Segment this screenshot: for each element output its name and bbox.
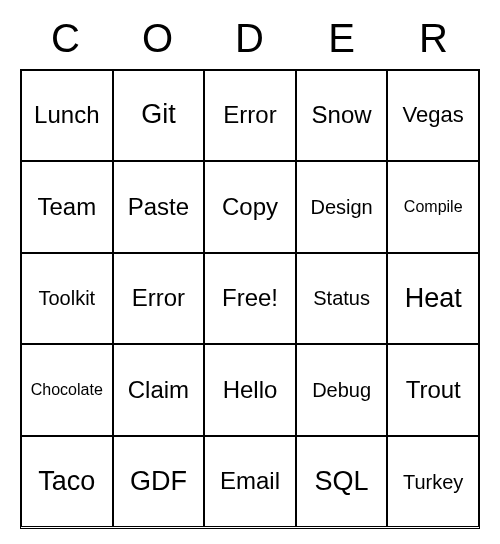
bingo-cell-18[interactable]: Debug (296, 344, 388, 436)
bingo-cell-text: Lunch (34, 102, 99, 128)
bingo-cell-14[interactable]: Heat (387, 253, 479, 345)
bingo-card: C O D E R LunchGitErrorSnowVegasTeamPast… (20, 16, 480, 529)
bingo-cell-text: Trout (406, 377, 461, 403)
bingo-cell-text: Design (310, 196, 372, 218)
header-letter: R (419, 16, 449, 60)
bingo-cell-23[interactable]: SQL (296, 436, 388, 528)
header-letter: O (142, 16, 174, 60)
bingo-cell-2[interactable]: Error (204, 70, 296, 162)
bingo-cell-text: Copy (222, 194, 278, 220)
bingo-header-row: C O D E R (20, 16, 480, 61)
bingo-cell-1[interactable]: Git (113, 70, 205, 162)
bingo-cell-24[interactable]: Turkey (387, 436, 479, 528)
bingo-cell-text: Heat (405, 284, 462, 314)
bingo-cell-text: Free! (222, 285, 278, 311)
bingo-cell-3[interactable]: Snow (296, 70, 388, 162)
bingo-cell-8[interactable]: Design (296, 161, 388, 253)
bingo-cell-text: Debug (312, 379, 371, 401)
bingo-cell-17[interactable]: Hello (204, 344, 296, 436)
bingo-cell-text: Claim (128, 377, 189, 403)
bingo-cell-text: Snow (312, 102, 372, 128)
bingo-cell-4[interactable]: Vegas (387, 70, 479, 162)
header-col-4: R (388, 16, 480, 61)
header-col-1: O (112, 16, 204, 61)
bingo-cell-text: Team (37, 194, 96, 220)
bingo-cell-22[interactable]: Email (204, 436, 296, 528)
header-col-0: C (20, 16, 112, 61)
bingo-cell-text: Turkey (403, 471, 463, 493)
bingo-cell-text: Taco (38, 467, 95, 497)
header-letter: E (328, 16, 356, 60)
header-letter: C (51, 16, 81, 60)
bingo-cell-12[interactable]: Free! (204, 253, 296, 345)
bingo-cell-20[interactable]: Taco (21, 436, 113, 528)
bingo-cell-text: Compile (404, 198, 463, 216)
bingo-cell-6[interactable]: Paste (113, 161, 205, 253)
bingo-cell-text: GDF (130, 467, 187, 497)
bingo-cell-16[interactable]: Claim (113, 344, 205, 436)
bingo-cell-text: SQL (315, 467, 369, 497)
bingo-cell-13[interactable]: Status (296, 253, 388, 345)
bingo-cell-text: Error (132, 285, 185, 311)
bingo-cell-9[interactable]: Compile (387, 161, 479, 253)
bingo-cell-11[interactable]: Error (113, 253, 205, 345)
bingo-cell-7[interactable]: Copy (204, 161, 296, 253)
bingo-grid: LunchGitErrorSnowVegasTeamPasteCopyDesig… (20, 69, 480, 529)
bingo-cell-10[interactable]: Toolkit (21, 253, 113, 345)
bingo-cell-5[interactable]: Team (21, 161, 113, 253)
bingo-cell-text: Error (223, 102, 276, 128)
bingo-cell-text: Vegas (403, 103, 464, 127)
bingo-cell-text: Email (220, 468, 280, 494)
bingo-cell-21[interactable]: GDF (113, 436, 205, 528)
bingo-cell-0[interactable]: Lunch (21, 70, 113, 162)
bingo-cell-text: Git (141, 100, 176, 130)
header-col-2: D (204, 16, 296, 61)
bingo-cell-text: Toolkit (38, 287, 95, 309)
bingo-cell-15[interactable]: Chocolate (21, 344, 113, 436)
bingo-cell-text: Hello (223, 377, 278, 403)
bingo-cell-text: Chocolate (31, 381, 103, 399)
header-letter: D (235, 16, 265, 60)
header-col-3: E (296, 16, 388, 61)
bingo-cell-19[interactable]: Trout (387, 344, 479, 436)
bingo-cell-text: Paste (128, 194, 189, 220)
bingo-cell-text: Status (313, 287, 370, 309)
